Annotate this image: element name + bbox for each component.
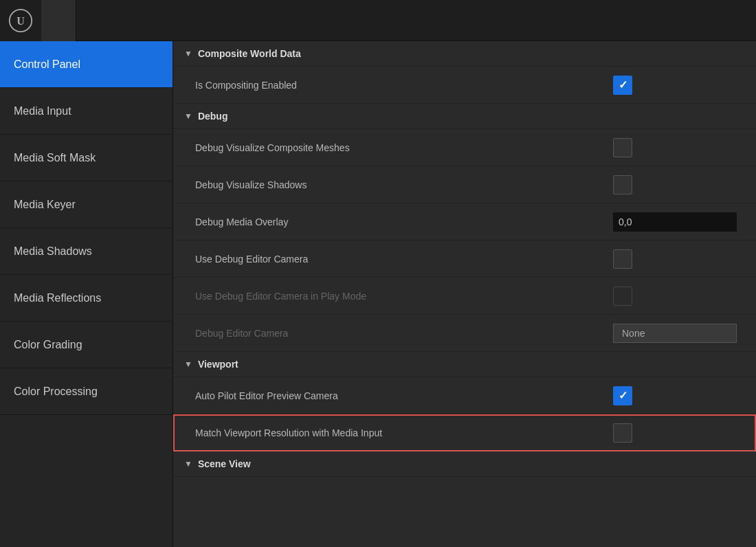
sidebar-item-media-soft-mask[interactable]: Media Soft Mask bbox=[0, 135, 173, 181]
property-control-debug-editor-camera: None bbox=[605, 324, 756, 343]
checkbox-is-compositing-enabled[interactable] bbox=[613, 76, 632, 95]
property-label-use-debug-editor-camera: Use Debug Editor Camera bbox=[195, 254, 605, 265]
property-control-is-compositing-enabled bbox=[605, 76, 756, 95]
section-title: Viewport bbox=[198, 359, 238, 370]
property-label-match-viewport-resolution: Match Viewport Resolution with Media Inp… bbox=[195, 427, 605, 438]
checkbox-debug-visualize-shadows[interactable] bbox=[613, 175, 632, 194]
ue-logo: U bbox=[0, 0, 41, 41]
section-header-scene-view[interactable]: ▼ Scene View bbox=[173, 451, 756, 477]
section-collapse-icon: ▼ bbox=[184, 111, 192, 121]
title-bar: U bbox=[0, 0, 756, 41]
sidebar-item-color-grading[interactable]: Color Grading bbox=[0, 322, 173, 368]
dropdown-debug-editor-camera[interactable]: None bbox=[613, 324, 737, 343]
section-collapse-icon: ▼ bbox=[184, 49, 192, 58]
section-header-viewport[interactable]: ▼ Viewport bbox=[173, 352, 756, 377]
section-title: Scene View bbox=[198, 458, 251, 469]
property-row-is-compositing-enabled: Is Compositing Enabled bbox=[173, 67, 756, 104]
sidebar-item-media-input[interactable]: Media Input bbox=[0, 88, 173, 135]
property-control-use-debug-editor-camera bbox=[605, 249, 756, 269]
property-control-auto-pilot-editor-preview-camera bbox=[605, 386, 756, 405]
svg-text:U: U bbox=[16, 14, 25, 27]
checkbox-use-debug-editor-camera-play-mode[interactable] bbox=[613, 287, 632, 306]
sidebar-item-media-reflections[interactable]: Media Reflections bbox=[0, 275, 173, 322]
content-panel: ▼ Composite World Data Is Compositing En… bbox=[173, 41, 756, 547]
property-control-debug-visualize-composite-meshes bbox=[605, 138, 756, 157]
section-title: Composite World Data bbox=[198, 48, 301, 59]
property-label-use-debug-editor-camera-play-mode: Use Debug Editor Camera in Play Mode bbox=[195, 291, 605, 302]
property-row-debug-editor-camera: Debug Editor CameraNone bbox=[173, 315, 756, 352]
tab-bar bbox=[41, 0, 76, 41]
property-label-debug-editor-camera: Debug Editor Camera bbox=[195, 328, 605, 339]
property-row-debug-visualize-shadows: Debug Visualize Shadows bbox=[173, 166, 756, 203]
sidebar-item-control-panel[interactable]: Control Panel bbox=[0, 41, 173, 88]
property-label-debug-visualize-composite-meshes: Debug Visualize Composite Meshes bbox=[195, 142, 605, 153]
compositor-tab[interactable] bbox=[41, 0, 76, 41]
property-row-match-viewport-resolution: Match Viewport Resolution with Media Inp… bbox=[173, 414, 756, 451]
sidebar: Control PanelMedia InputMedia Soft MaskM… bbox=[0, 41, 173, 547]
section-header-debug[interactable]: ▼ Debug bbox=[173, 104, 756, 129]
property-row-use-debug-editor-camera-play-mode: Use Debug Editor Camera in Play Mode bbox=[173, 278, 756, 315]
sidebar-item-media-keyer[interactable]: Media Keyer bbox=[0, 181, 173, 228]
checkbox-use-debug-editor-camera[interactable] bbox=[613, 249, 632, 269]
property-label-is-compositing-enabled: Is Compositing Enabled bbox=[195, 80, 605, 91]
section-collapse-icon: ▼ bbox=[184, 459, 192, 469]
checkbox-auto-pilot-editor-preview-camera[interactable] bbox=[613, 386, 632, 405]
text-input-debug-media-overlay[interactable] bbox=[613, 212, 737, 232]
checkbox-debug-visualize-composite-meshes[interactable] bbox=[613, 138, 632, 157]
property-row-use-debug-editor-camera: Use Debug Editor Camera bbox=[173, 241, 756, 278]
property-row-debug-media-overlay: Debug Media Overlay bbox=[173, 203, 756, 241]
property-control-debug-visualize-shadows bbox=[605, 175, 756, 194]
main-content: Control PanelMedia InputMedia Soft MaskM… bbox=[0, 41, 756, 547]
property-row-debug-visualize-composite-meshes: Debug Visualize Composite Meshes bbox=[173, 129, 756, 166]
property-row-auto-pilot-editor-preview-camera: Auto Pilot Editor Preview Camera bbox=[173, 377, 756, 414]
property-label-auto-pilot-editor-preview-camera: Auto Pilot Editor Preview Camera bbox=[195, 390, 605, 401]
sidebar-item-media-shadows[interactable]: Media Shadows bbox=[0, 228, 173, 275]
section-header-composite-world-data[interactable]: ▼ Composite World Data bbox=[173, 41, 756, 67]
property-label-debug-visualize-shadows: Debug Visualize Shadows bbox=[195, 179, 605, 190]
section-title: Debug bbox=[198, 111, 228, 122]
property-label-debug-media-overlay: Debug Media Overlay bbox=[195, 216, 605, 227]
property-control-use-debug-editor-camera-play-mode bbox=[605, 287, 756, 306]
checkbox-match-viewport-resolution[interactable] bbox=[613, 423, 632, 443]
property-control-match-viewport-resolution bbox=[605, 423, 756, 443]
section-collapse-icon: ▼ bbox=[184, 359, 192, 369]
property-control-debug-media-overlay bbox=[605, 212, 756, 232]
sidebar-item-color-processing[interactable]: Color Processing bbox=[0, 368, 173, 415]
